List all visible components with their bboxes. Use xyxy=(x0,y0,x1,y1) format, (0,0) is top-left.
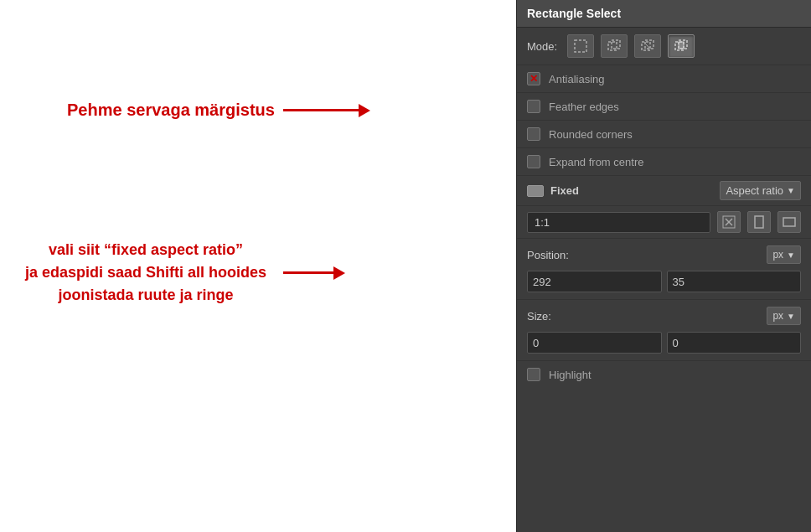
arrow-head-bottom xyxy=(333,266,345,280)
mode-new-selection-button[interactable] xyxy=(567,34,594,58)
size-height-input[interactable] xyxy=(668,333,802,353)
svg-rect-8 xyxy=(679,42,684,49)
fixed-label: Fixed xyxy=(550,184,579,197)
rounded-corners-row: Rounded corners xyxy=(517,121,811,148)
arrow-line-bottom xyxy=(283,271,333,274)
subtract-selection-icon xyxy=(640,39,655,54)
highlight-row: Highlight xyxy=(517,361,811,388)
ratio-portrait-button[interactable] xyxy=(747,211,771,233)
aspect-ratio-label: Aspect ratio xyxy=(726,184,783,197)
arrow-head xyxy=(359,104,370,117)
mode-intersect-selection-button[interactable] xyxy=(668,34,695,58)
expand-from-centre-checkbox[interactable] xyxy=(527,155,540,168)
size-width-field: ▲ ▼ xyxy=(527,332,662,354)
add-selection-icon xyxy=(607,39,622,54)
rounded-corners-checkbox[interactable] xyxy=(527,127,540,141)
mode-label: Mode: xyxy=(527,40,557,53)
rounded-corners-label: Rounded corners xyxy=(549,128,633,141)
expand-from-centre-label: Expand from centre xyxy=(549,156,643,168)
new-selection-icon xyxy=(573,39,588,54)
check-mark: ✕ xyxy=(529,73,538,85)
highlight-checkbox[interactable] xyxy=(527,368,540,381)
svg-rect-13 xyxy=(783,218,795,226)
red-arrow-top xyxy=(283,104,370,117)
position-fields-row: ▲ ▼ ▲ ▼ xyxy=(517,267,811,300)
svg-line-5 xyxy=(646,44,649,48)
position-unit-label: px xyxy=(772,249,783,261)
size-width-input[interactable] xyxy=(528,333,662,353)
feather-edges-checkbox[interactable] xyxy=(527,100,540,113)
position-x-field: ▲ ▼ xyxy=(527,271,662,292)
aspect-ratio-dropdown[interactable]: Aspect ratio ▼ xyxy=(720,181,801,200)
fixed-checkbox[interactable] xyxy=(527,185,544,197)
red-arrow-bottom xyxy=(283,266,345,280)
mode-row: Mode: xyxy=(517,28,811,65)
position-unit-arrow-icon: ▼ xyxy=(787,251,795,260)
landscape-icon xyxy=(783,215,796,229)
arrow-top xyxy=(283,104,370,117)
size-unit-dropdown[interactable]: px ▼ xyxy=(767,307,801,325)
position-unit-dropdown[interactable]: px ▼ xyxy=(767,245,801,264)
size-height-field: ▲ ▼ xyxy=(667,332,802,354)
panel-title: Rectangle Select xyxy=(517,0,811,28)
fixed-aspect-ratio-row: Fixed Aspect ratio ▼ xyxy=(517,176,811,206)
feather-edges-label: Feather edges xyxy=(549,101,619,113)
position-y-field: ▲ ▼ xyxy=(667,271,802,292)
feather-edges-row: Feather edges xyxy=(517,93,811,121)
position-header: Position: px ▼ xyxy=(517,239,811,267)
ratio-clear-button[interactable] xyxy=(717,211,741,233)
tool-options-panel: Rectangle Select Mode: xyxy=(516,0,811,532)
arrow-line xyxy=(283,109,359,111)
highlight-label: Highlight xyxy=(549,369,591,381)
mode-subtract-selection-button[interactable] xyxy=(634,34,661,58)
size-header: Size: px ▼ xyxy=(517,300,811,328)
position-y-input[interactable] xyxy=(668,272,802,292)
antialiasing-checkbox[interactable]: ✕ xyxy=(527,72,540,85)
position-x-input[interactable] xyxy=(528,272,662,292)
antialiasing-row: ✕ Antialiasing xyxy=(517,65,811,93)
expand-from-centre-row: Expand from centre xyxy=(517,148,811,176)
svg-rect-12 xyxy=(755,216,763,228)
size-unit-label: px xyxy=(772,310,783,322)
annotation-bottom-line2: ja edaspidi saad Shifti all hooides xyxy=(25,261,266,284)
clear-icon xyxy=(722,215,736,229)
size-unit-arrow-icon: ▼ xyxy=(787,312,795,321)
arrow-bottom xyxy=(283,266,345,280)
annotation-top: Pehme servaga märgistus xyxy=(67,101,370,120)
annotation-bottom-line1: vali siit “fixed aspect ratio” xyxy=(25,239,266,261)
ratio-landscape-button[interactable] xyxy=(777,211,801,233)
annotation-bottom-line3: joonistada ruute ja ringe xyxy=(25,284,266,307)
annotation-area: Pehme servaga märgistus vali siit “fixed… xyxy=(0,0,516,532)
ratio-input[interactable] xyxy=(527,212,710,233)
intersect-selection-icon xyxy=(674,39,689,54)
ratio-input-row xyxy=(517,206,811,239)
mode-add-selection-button[interactable] xyxy=(601,34,628,58)
portrait-icon xyxy=(752,215,766,229)
antialiasing-label: Antialiasing xyxy=(549,73,605,85)
dropdown-arrow-icon: ▼ xyxy=(787,186,795,195)
size-label: Size: xyxy=(527,310,551,323)
svg-rect-0 xyxy=(575,40,586,52)
position-label: Position: xyxy=(527,249,569,261)
annotation-top-text: Pehme servaga märgistus xyxy=(67,101,275,120)
size-fields-row: ▲ ▼ ▲ ▼ xyxy=(517,328,811,361)
annotation-bottom: vali siit “fixed aspect ratio” ja edaspi… xyxy=(25,239,345,307)
